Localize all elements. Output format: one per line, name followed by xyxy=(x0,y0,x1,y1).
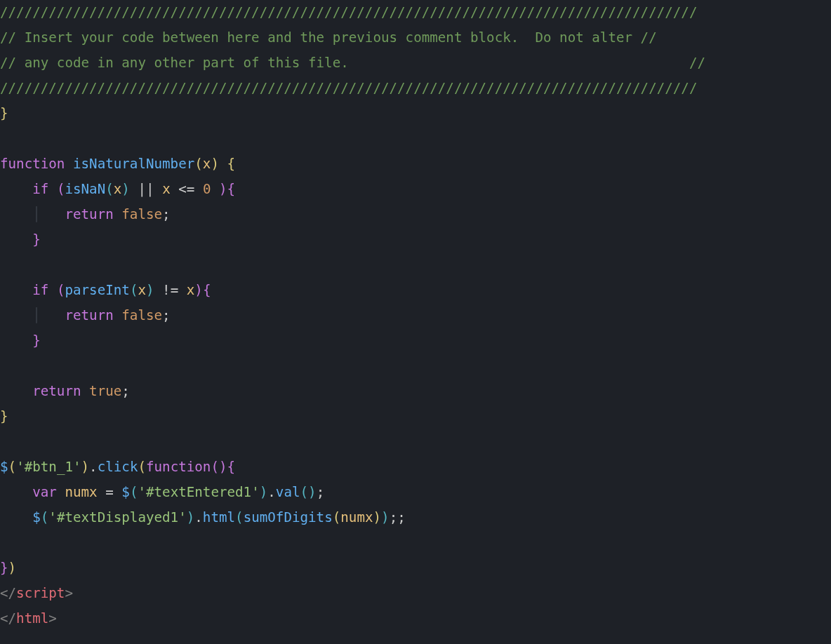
code-line[interactable]: // Insert your code between here and the… xyxy=(0,25,831,51)
code-token xyxy=(0,484,32,500)
code-token: ( xyxy=(138,459,146,475)
code-token: { xyxy=(227,181,236,197)
code-token: │ xyxy=(32,206,41,222)
code-token: ( xyxy=(300,484,309,500)
code-token: return xyxy=(32,383,81,399)
code-token: } xyxy=(32,333,41,349)
code-token: x xyxy=(187,282,195,298)
code-token: x xyxy=(138,282,146,298)
code-token: ;; xyxy=(390,509,406,525)
code-token: ( xyxy=(57,181,65,197)
code-token: '#textEntered1' xyxy=(138,484,259,500)
code-token: isNaN xyxy=(65,181,105,197)
code-token: x xyxy=(162,181,171,197)
code-token: ) xyxy=(121,181,130,197)
code-line[interactable]: } xyxy=(0,328,831,354)
code-token: ) xyxy=(8,560,17,576)
code-token: || xyxy=(130,181,162,197)
code-token xyxy=(81,383,90,399)
code-token xyxy=(0,307,32,323)
code-line[interactable]: }) xyxy=(0,556,831,581)
code-token: ) xyxy=(260,484,268,500)
code-token: // Insert your code between here and the… xyxy=(0,29,657,46)
code-token: != xyxy=(154,282,187,298)
code-token: ) xyxy=(308,484,317,500)
code-token: ; xyxy=(162,206,171,222)
code-token: ; xyxy=(162,307,171,323)
code-line[interactable]: if (isNaN(x) || x <= 0 ){ xyxy=(0,177,831,202)
code-line[interactable]: } xyxy=(0,404,831,429)
code-token: > xyxy=(65,585,73,601)
code-token xyxy=(0,509,32,525)
code-line[interactable]: } xyxy=(0,101,831,126)
code-token: ; xyxy=(121,383,130,399)
code-line[interactable] xyxy=(0,126,831,152)
code-line[interactable]: │ return false; xyxy=(0,202,831,227)
code-token: . xyxy=(267,484,276,500)
code-token: │ xyxy=(32,307,41,323)
code-token: } xyxy=(0,560,8,576)
code-line[interactable] xyxy=(0,253,831,278)
code-token xyxy=(0,282,32,298)
code-token: // any code in any other part of this fi… xyxy=(0,55,705,71)
code-line[interactable]: } xyxy=(0,227,831,253)
code-editor[interactable]: ////////////////////////////////////////… xyxy=(0,0,831,631)
code-token: return xyxy=(65,206,113,222)
code-token: ( xyxy=(130,484,138,500)
code-token: ) xyxy=(381,509,390,525)
code-token xyxy=(211,181,219,197)
code-token: ) xyxy=(219,459,227,475)
code-token: ) xyxy=(146,282,154,298)
code-line[interactable]: var numx = $('#textEntered1').val(); xyxy=(0,480,831,505)
code-token: ) xyxy=(81,459,90,475)
code-token xyxy=(114,307,122,323)
code-token: $ xyxy=(32,509,41,525)
code-line[interactable]: $('#btn_1').click(function(){ xyxy=(0,455,831,480)
code-token: numx xyxy=(340,509,373,525)
code-token: '#textDisplayed1' xyxy=(48,509,186,525)
code-token xyxy=(114,206,122,222)
code-token: var xyxy=(32,484,57,500)
code-token: ( xyxy=(211,459,219,475)
code-token: return xyxy=(65,307,113,323)
code-token: ( xyxy=(105,181,114,197)
code-line[interactable]: ////////////////////////////////////////… xyxy=(0,0,831,25)
code-token: $ xyxy=(121,484,130,500)
code-token: { xyxy=(227,459,236,475)
code-token xyxy=(57,484,65,500)
code-line[interactable]: $('#textDisplayed1').html(sumOfDigits(nu… xyxy=(0,505,831,530)
code-line[interactable]: return true; xyxy=(0,379,831,404)
code-token: function xyxy=(146,459,211,475)
code-token: numx xyxy=(65,484,97,500)
code-token: false xyxy=(121,307,162,323)
code-token: 0 xyxy=(203,181,211,197)
code-token: sumOfDigits xyxy=(244,509,333,525)
code-token: html xyxy=(16,610,48,626)
code-line[interactable]: // any code in any other part of this fi… xyxy=(0,51,831,76)
code-token xyxy=(41,206,65,222)
code-line[interactable]: ////////////////////////////////////////… xyxy=(0,76,831,101)
code-token: ( xyxy=(194,156,203,172)
code-token xyxy=(41,307,65,323)
code-line[interactable]: │ return false; xyxy=(0,303,831,328)
code-token: ) xyxy=(211,156,219,172)
code-line[interactable]: function isNaturalNumber(x) { xyxy=(0,152,831,177)
code-token xyxy=(0,333,32,349)
code-line[interactable] xyxy=(0,530,831,556)
code-token: > xyxy=(48,610,57,626)
code-token: ( xyxy=(333,509,341,525)
code-token: = xyxy=(98,484,122,500)
code-line[interactable] xyxy=(0,354,831,379)
code-line[interactable] xyxy=(0,429,831,455)
code-token: true xyxy=(89,383,121,399)
code-token: parseInt xyxy=(65,282,129,298)
code-token: ) xyxy=(219,181,227,197)
code-token: } xyxy=(0,105,8,121)
code-token: { xyxy=(227,156,236,172)
code-token xyxy=(0,232,32,248)
code-token: x xyxy=(114,181,122,197)
code-token: ////////////////////////////////////////… xyxy=(0,80,697,96)
code-line[interactable]: </html> xyxy=(0,606,831,631)
code-line[interactable]: </script> xyxy=(0,581,831,606)
code-line[interactable]: if (parseInt(x) != x){ xyxy=(0,278,831,303)
